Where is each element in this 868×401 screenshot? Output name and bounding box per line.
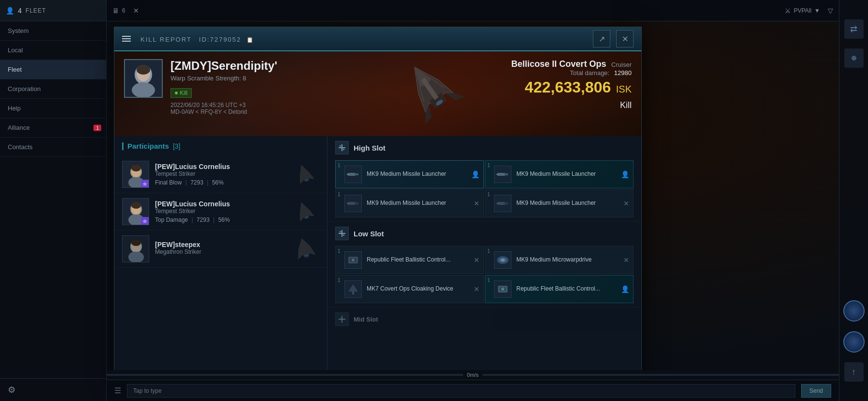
participant-ship: Tempest Striker xyxy=(155,170,284,177)
low-slot-grid: 1 Republic Fleet Ballistic Control... ✕ xyxy=(327,245,641,307)
sidebar-item-label: System xyxy=(8,27,29,34)
slot-count: 1 xyxy=(338,248,341,254)
slot-icon xyxy=(494,251,512,269)
export-button[interactable]: ↗ xyxy=(593,30,610,47)
chevron-down-icon: ▼ xyxy=(814,7,820,14)
isk-label: ISK xyxy=(616,84,632,94)
participant-stats-1: Final Blow | 7293 | 56% xyxy=(155,179,284,186)
close-tab-icon: ✕ xyxy=(133,7,139,15)
svg-rect-46 xyxy=(496,174,498,175)
slot-name: Republic Fleet Ballistic Control... xyxy=(367,256,450,264)
tab-close[interactable]: ✕ xyxy=(133,7,139,15)
send-button[interactable]: Send xyxy=(801,384,831,398)
close-button[interactable]: ✕ xyxy=(616,30,634,47)
monitor-count: 6 xyxy=(122,7,125,14)
edge-ability-1[interactable] xyxy=(843,300,865,322)
edge-ability-2[interactable] xyxy=(843,331,865,353)
slot-name: MK9 Medium Missile Launcher xyxy=(516,170,596,178)
slot-count: 1 xyxy=(338,163,341,168)
sidebar-item-fleet[interactable]: Fleet xyxy=(0,60,106,79)
fleet-count-label: 4 xyxy=(18,7,22,15)
participant-item[interactable]: [PEW]Lucius Cornelius Tempest Striker To… xyxy=(114,193,327,231)
fit-slot[interactable]: 1 Republic Fleet Ballistic Control... ✕ xyxy=(335,246,484,274)
slot-name: MK7 Covert Ops Cloaking Device xyxy=(367,285,453,293)
filter-button[interactable]: ▽ xyxy=(828,7,833,15)
filter-icon: ▽ xyxy=(828,7,833,15)
sidebar-item-alliance[interactable]: Alliance 1 xyxy=(0,118,106,138)
participant-stats-2: Top Damage | 7293 | 56% xyxy=(155,216,284,223)
people-icon: 👤 xyxy=(6,7,14,15)
participants-panel: Participants [3] xyxy=(114,136,327,386)
fit-slot[interactable]: 1 Republic Fleet Ballistic Control... 👤 xyxy=(485,275,634,303)
right-panel: ⇄ ↑ xyxy=(839,0,868,401)
fit-slot[interactable]: 1 MK9 Medium Microwarpdrive ✕ xyxy=(485,246,634,274)
person-outline-icon: 👤 xyxy=(621,285,629,293)
fit-slot[interactable]: 1 MK9 Medium Missile Launcher 👤 xyxy=(485,160,634,188)
slot-name: Republic Fleet Ballistic Control... xyxy=(516,285,600,293)
svg-rect-51 xyxy=(504,202,508,204)
gear-icon[interactable]: ⚙ xyxy=(8,385,16,395)
hero-stats: Bellicose II Covert Ops Cruiser Total da… xyxy=(496,59,632,128)
menu-icon[interactable] xyxy=(122,36,131,42)
sidebar-item-system[interactable]: System xyxy=(0,21,106,41)
slot-icon xyxy=(494,280,512,298)
total-damage-value: 12980 xyxy=(614,69,632,77)
participant-info-1: [PEW]Lucius Cornelius Tempest Striker Fi… xyxy=(155,163,284,186)
sidebar-item-local[interactable]: Local xyxy=(0,41,106,60)
sidebar-item-label: Help xyxy=(8,105,21,112)
svg-rect-55 xyxy=(340,231,341,232)
chat-input[interactable] xyxy=(127,384,795,398)
dialog-header: KILL REPORT ID:7279052 📋 ↗ ✕ xyxy=(114,27,641,51)
slot-name: MK9 Medium Missile Launcher xyxy=(367,170,446,178)
participant-avatar-2 xyxy=(122,198,149,225)
speed-bar: 0m/s xyxy=(107,370,839,380)
participant-item[interactable]: [PEW]Lucius Cornelius Tempest Striker Fi… xyxy=(114,156,327,193)
slot-count: 1 xyxy=(487,163,490,168)
edge-button-1[interactable]: ⇄ xyxy=(844,19,864,39)
pvp-filter[interactable]: ⚔ PVPAll ▼ xyxy=(785,7,820,15)
sidebar-item-label: Local xyxy=(8,46,23,54)
svg-rect-44 xyxy=(497,173,505,176)
participant-avatar-3 xyxy=(122,235,149,262)
participant-item[interactable]: [PEW]steepex Megathron Striker xyxy=(114,231,327,268)
cross-icon: ✕ xyxy=(474,285,480,293)
svg-marker-19 xyxy=(142,182,147,186)
section-title: Participants xyxy=(127,142,169,150)
svg-rect-52 xyxy=(496,203,498,204)
fit-panel: High Slot 1 MK9 Medium Missil xyxy=(327,136,641,386)
slot-icon xyxy=(344,195,362,212)
hero-section: [ZMDY]Serendipity' Warp Scramble Strengt… xyxy=(114,51,641,136)
svg-point-62 xyxy=(501,259,505,262)
arrow-icon: ⇄ xyxy=(850,24,857,34)
person-outline-icon: 👤 xyxy=(621,170,629,178)
svg-point-67 xyxy=(501,288,504,291)
sidebar-item-contacts[interactable]: Contacts xyxy=(0,138,106,157)
high-slot-section: High Slot 1 MK9 Medium Missil xyxy=(327,136,641,222)
low-slot-icon xyxy=(335,227,349,240)
sidebar-item-help[interactable]: Help xyxy=(0,99,106,118)
fit-slot[interactable]: 1 MK9 Medium Missile Launcher ✕ xyxy=(335,189,484,217)
edge-up-icon[interactable]: ↑ xyxy=(844,362,864,382)
svg-rect-43 xyxy=(347,174,348,175)
fit-slot[interactable]: 1 MK9 Medium Missile Launcher ✕ xyxy=(485,189,634,217)
fit-slot[interactable]: 1 MK9 Medium Missile Launcher 👤 xyxy=(335,160,484,188)
svg-marker-28 xyxy=(294,200,314,221)
participant-name: [PEW]Lucius Cornelius xyxy=(155,200,284,208)
participant-ship-image-2 xyxy=(290,200,319,224)
sidebar-item-label: Fleet xyxy=(8,66,22,73)
low-slot-header: Low Slot xyxy=(327,222,641,245)
svg-rect-49 xyxy=(347,203,348,204)
speed-track xyxy=(107,374,463,376)
sidebar-item-corporation[interactable]: Corporation xyxy=(0,79,106,99)
slot-icon xyxy=(344,251,362,269)
participant-ship: Tempest Striker xyxy=(155,208,284,215)
isk-row: 422,633,806 ISK xyxy=(496,78,632,96)
fit-slot[interactable]: 1 MK7 Covert Ops Cloaking Device ✕ xyxy=(335,275,484,303)
chat-menu-icon: ☰ xyxy=(114,386,121,395)
monitor-tab[interactable]: 🖥 6 xyxy=(112,7,125,15)
edge-button-2[interactable] xyxy=(844,48,864,68)
participant-name: [PEW]Lucius Cornelius xyxy=(155,163,284,170)
participant-info-2: [PEW]Lucius Cornelius Tempest Striker To… xyxy=(155,200,284,223)
svg-point-26 xyxy=(131,202,141,209)
cross-icon: ✕ xyxy=(623,200,629,207)
